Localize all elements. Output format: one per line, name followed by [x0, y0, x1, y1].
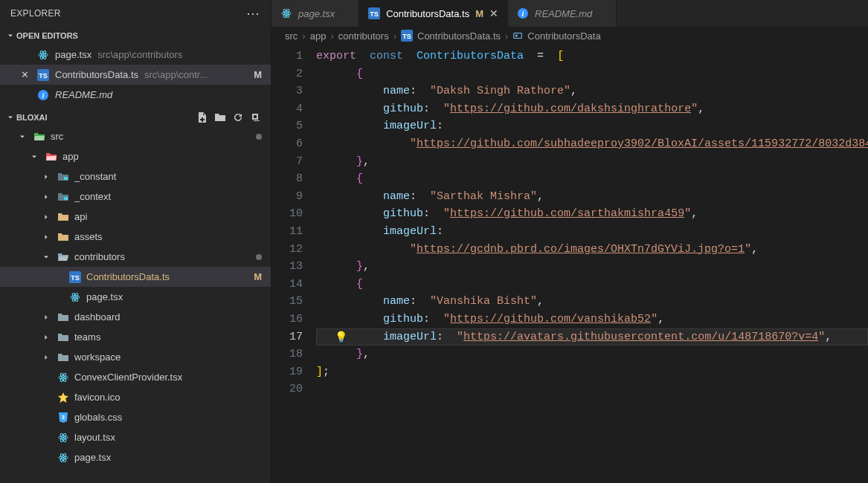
svg-point-0	[42, 54, 45, 56]
project-header[interactable]: BLOXAI	[0, 108, 271, 126]
editor-tab[interactable]: iREADME.md✕	[508, 0, 617, 27]
svg-rect-9	[64, 197, 68, 200]
close-icon[interactable]: ✕	[489, 7, 498, 19]
svg-point-21	[62, 436, 65, 438]
code-body[interactable]: export const ContributorsData = [ { name…	[316, 45, 868, 483]
tab-label: page.tsx	[298, 8, 335, 19]
chevron-right-icon	[40, 172, 52, 181]
folder-item[interactable]: dashboard	[0, 307, 271, 327]
code-line[interactable]: "https://gcdnb.pbrd.co/images/OHXTn7dGYV…	[316, 241, 868, 259]
folder-item[interactable]: teams	[0, 327, 271, 347]
open-editors-header[interactable]: OPEN EDITORS	[0, 26, 271, 45]
tree-label: dashboard	[74, 311, 262, 322]
refresh-icon[interactable]	[232, 111, 244, 123]
line-number: 11	[271, 223, 303, 241]
file-icon: 3	[57, 412, 70, 424]
file-item[interactable]: 3globals.css	[0, 407, 271, 427]
project-header-actions	[196, 111, 266, 123]
breadcrumb-part[interactable]: ContributorsData	[527, 30, 600, 42]
code-line[interactable]: },	[316, 153, 868, 171]
folder-item[interactable]: src	[0, 126, 271, 146]
file-item[interactable]: layout.tsx	[0, 427, 271, 447]
code-line[interactable]: {	[316, 276, 868, 294]
chevron-down-icon	[4, 113, 16, 122]
svg-text:i: i	[42, 91, 45, 100]
lightbulb-icon[interactable]: 💡	[335, 329, 347, 347]
explorer-sidebar: EXPLORER ⋯ OPEN EDITORS ✕page.tsxsrc\app…	[0, 0, 271, 483]
file-icon	[57, 231, 70, 243]
file-icon	[57, 171, 70, 183]
chevron-right-icon	[40, 333, 52, 342]
breadcrumb-part[interactable]: app	[310, 30, 327, 42]
breadcrumb[interactable]: src›app›contributors›TSContributorsData.…	[271, 27, 868, 45]
editor-tab[interactable]: TSContributorsData.tsM✕	[359, 0, 508, 27]
folder-item[interactable]: app	[0, 146, 271, 166]
code-line[interactable]: },	[316, 258, 868, 276]
file-item[interactable]: ConvexClientProvider.tsx	[0, 367, 271, 387]
line-number: 6	[271, 135, 303, 153]
code-line[interactable]: github: "https://github.com/vanshikab52"…	[316, 311, 868, 328]
tree-label: api	[74, 211, 262, 222]
code-editor[interactable]: 1234567891011121314151617181920 💡 export…	[271, 45, 868, 483]
code-line[interactable]: name: "Vanshika Bisht",	[316, 293, 868, 311]
file-item[interactable]: page.tsx	[0, 287, 271, 307]
folder-item[interactable]: _constant	[0, 166, 271, 187]
breadcrumb-part[interactable]: ContributorsData.ts	[417, 30, 501, 42]
new-folder-icon[interactable]	[214, 111, 226, 123]
folder-item[interactable]: assets	[0, 227, 271, 247]
breadcrumb-part[interactable]: contributors	[338, 30, 389, 42]
code-line[interactable]: name: "Sarthak Mishra",	[316, 188, 868, 206]
open-editor-item[interactable]: ✕page.tsxsrc\app\contributors	[0, 45, 271, 65]
tree-label: page.tsx	[74, 452, 262, 463]
code-line[interactable]: imageUrl:	[316, 117, 868, 135]
open-editor-item[interactable]: ✕iREADME.md	[0, 85, 271, 105]
chevron-down-icon	[4, 31, 16, 40]
folder-item[interactable]: _context	[0, 187, 271, 207]
status-dot	[256, 254, 262, 260]
file-icon	[280, 7, 292, 19]
folder-item[interactable]: api	[0, 207, 271, 227]
project-title: BLOXAI	[16, 113, 196, 122]
code-line[interactable]: },	[316, 346, 868, 363]
code-line[interactable]: imageUrl: "https://avatars.githubusercon…	[316, 328, 868, 346]
code-line[interactable]: "https://github.com/subhadeeproy3902/Blo…	[316, 135, 868, 153]
editor-tab[interactable]: page.tsx✕	[271, 0, 359, 27]
folder-item[interactable]: workspace	[0, 347, 271, 367]
code-line[interactable]: name: "Daksh Singh Rathore",	[316, 82, 868, 100]
code-line[interactable]: github: "https://github.com/dakshsinghra…	[316, 100, 868, 118]
code-line[interactable]: {	[316, 170, 868, 188]
file-item[interactable]: TSContributorsData.tsM	[0, 267, 271, 287]
code-line[interactable]	[316, 380, 868, 398]
code-line[interactable]: imageUrl:	[316, 223, 868, 241]
tree-label: _context	[74, 191, 262, 202]
line-number: 18	[271, 346, 303, 363]
folder-item[interactable]: contributors	[0, 247, 271, 267]
file-item[interactable]: page.tsx	[0, 447, 271, 467]
code-line[interactable]: {	[316, 65, 868, 83]
file-icon: TS	[368, 7, 380, 19]
file-name: page.tsx	[55, 49, 91, 60]
line-number: 20	[271, 380, 303, 398]
code-line[interactable]: ];	[316, 363, 868, 381]
close-icon[interactable]: ✕	[21, 69, 31, 80]
file-item[interactable]: favicon.ico	[0, 387, 271, 407]
open-editor-item[interactable]: ✕TSContributorsData.tssrc\app\contr...M	[0, 65, 271, 85]
collapse-all-icon[interactable]	[250, 111, 262, 123]
new-file-icon[interactable]	[196, 111, 208, 123]
modified-badge: M	[475, 8, 483, 19]
breadcrumb-part[interactable]: src	[285, 30, 298, 42]
explorer-more-icon[interactable]: ⋯	[246, 5, 260, 22]
tree-label: src	[51, 131, 251, 142]
tree-label: workspace	[74, 351, 262, 363]
code-line[interactable]: github: "https://github.com/sarthakmishr…	[316, 205, 868, 223]
chevron-right-icon: ›	[302, 30, 305, 42]
tree-label: ContributorsData.ts	[86, 271, 249, 282]
tree-label: teams	[74, 331, 262, 343]
file-icon	[57, 392, 70, 403]
modified-badge: M	[254, 271, 262, 282]
line-number: 2	[271, 65, 303, 83]
chevron-right-icon	[40, 233, 52, 242]
file-icon: i	[37, 89, 49, 101]
code-line[interactable]: export const ContributorsData = [	[316, 48, 868, 65]
tree-label: app	[62, 151, 262, 162]
